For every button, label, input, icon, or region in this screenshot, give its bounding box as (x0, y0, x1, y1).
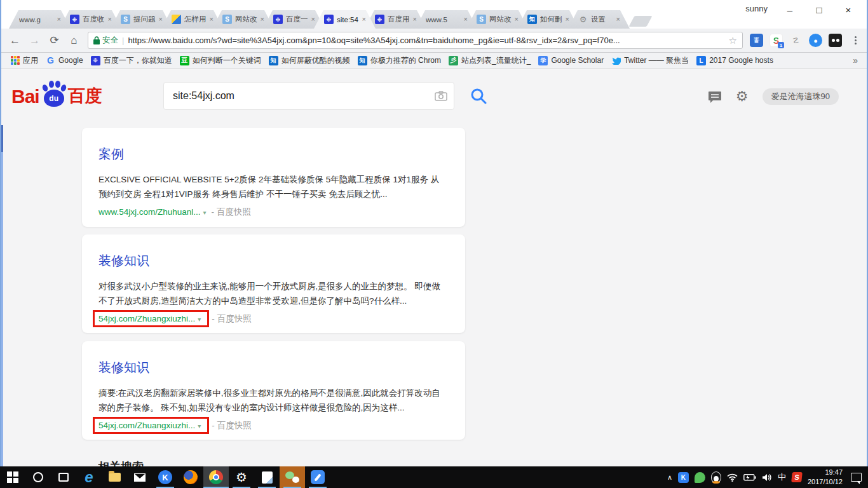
settings-gear-icon[interactable]: ⚙ (736, 90, 749, 104)
dropdown-arrow-icon[interactable]: ▾ (198, 423, 201, 430)
baidu-snapshot-link[interactable]: 百度快照 (217, 420, 252, 431)
new-tab-button[interactable] (628, 16, 652, 27)
mail-button[interactable] (127, 466, 153, 488)
tray-qq-icon[interactable] (711, 471, 721, 483)
result-url[interactable]: 54jxj.com/Zhuangxiuzhi... (98, 314, 195, 323)
bookmark-youku-block[interactable]: 知 如何屏蔽优酷的视频 (265, 54, 354, 67)
dropdown-arrow-icon[interactable]: ▾ (198, 316, 201, 323)
tray-k-icon[interactable]: K (678, 472, 689, 483)
edge-button[interactable]: e (76, 466, 102, 488)
result-title-link[interactable]: 装修知识 (98, 359, 446, 376)
tray-battery-icon[interactable] (743, 473, 756, 481)
tab-close-icon[interactable]: × (362, 15, 366, 23)
chrome-button[interactable] (203, 466, 229, 488)
firefox-button[interactable] (178, 466, 203, 488)
extension-icon-chat[interactable]: ● (809, 34, 822, 47)
address-bar[interactable]: 安全 | https://www.baidu.com/s?wd=site%3A5… (88, 32, 743, 49)
start-button[interactable] (0, 466, 25, 488)
extension-icon-dark[interactable] (829, 34, 842, 47)
k-app-button[interactable]: K (153, 466, 178, 488)
taskbar-apps: e K ⚙ (0, 466, 330, 488)
back-button[interactable]: ← (6, 32, 24, 49)
result-url[interactable]: 54jxj.com/Zhuangxiuzhi... (98, 421, 195, 430)
wechat-button[interactable] (280, 466, 305, 488)
home-button[interactable]: ⌂ (65, 32, 83, 49)
tray-chevron-icon[interactable]: ∧ (667, 473, 672, 482)
notepad-button[interactable] (254, 466, 280, 488)
pencil-app-icon (311, 470, 325, 484)
search-button[interactable] (470, 87, 487, 105)
bookmark-hosts[interactable]: L 2017 Google hosts (693, 55, 777, 67)
bookmark-site-list[interactable]: 彡 站点列表_流量统计_ (445, 54, 534, 67)
scrollbar-thumb[interactable] (1, 121, 3, 152)
bookmark-apps[interactable]: 应用 (6, 54, 42, 67)
search-input[interactable] (164, 90, 435, 102)
tab-close-icon[interactable]: × (57, 15, 61, 23)
bookmark-scholar[interactable]: 学 Google Scholar (534, 55, 607, 67)
extension-icon-gray[interactable]: ☡ (789, 34, 803, 47)
result-title-link[interactable]: 装修知识 (98, 252, 446, 269)
extension-icon-seo[interactable]: S1 (770, 34, 783, 47)
bookmarks-overflow-icon[interactable]: » (849, 55, 862, 65)
file-explorer-button[interactable] (102, 466, 127, 488)
action-center-icon[interactable] (851, 473, 862, 482)
secure-indicator[interactable]: 安全 (93, 35, 118, 46)
tab-site54-active[interactable]: ❉ site:54 × (314, 10, 376, 29)
zhihu-icon: 知 (358, 56, 367, 65)
cortana-button[interactable] (25, 466, 51, 488)
bookmark-chrome-rec[interactable]: 知 你极力推荐的 Chrom (354, 54, 445, 67)
baidu-logo-cn: 百度 (68, 85, 102, 107)
hosts-l-icon: L (696, 56, 706, 65)
tab-close-icon[interactable]: × (616, 15, 620, 23)
result-snippet: EXCLSIVE OFFICIAL WEBSITE 5+2质保 2年基础装修质保… (98, 173, 446, 202)
notes-app-button[interactable] (305, 466, 330, 488)
tab-close-icon[interactable]: × (261, 15, 264, 23)
tab-label: 百度收 (83, 15, 105, 24)
url-text[interactable]: https://www.baidu.com/s?wd=site%3A54jxj.… (128, 36, 724, 45)
tab-close-icon[interactable]: × (566, 15, 569, 23)
result-url[interactable]: www.54jxj.com/Zhuhuanl... (98, 207, 201, 217)
bookmark-google[interactable]: G Google (42, 55, 87, 67)
tray-volume-icon[interactable] (762, 473, 772, 482)
minimize-button[interactable]: – (775, 1, 804, 18)
task-view-button[interactable] (51, 466, 76, 488)
tray-wechat-icon[interactable] (695, 472, 705, 483)
reload-button[interactable]: ⟳ (46, 32, 63, 49)
baidu-results-page: Bai du 百度 ⚙ 爱是沧海遗珠90 (1, 69, 867, 466)
tab-close-icon[interactable]: × (515, 15, 519, 23)
chrome-profile-name[interactable]: sunny (745, 4, 768, 13)
bookmark-baidu[interactable]: ❉ 百度一下，你就知道 (87, 54, 176, 67)
chrome-menu-icon[interactable] (849, 36, 862, 44)
tray-time: 19:47 (808, 468, 843, 477)
bookmark-keyword[interactable]: 豆 如何判断一个关键词 (176, 54, 265, 67)
bookmark-twitter[interactable]: Twitter —— 聚焦当 (607, 54, 693, 67)
bookmark-label: 如何判断一个关键词 (193, 55, 261, 66)
camera-icon[interactable] (435, 91, 454, 101)
result-title-link[interactable]: 案例 (98, 146, 446, 163)
baidu-snapshot-link[interactable]: 百度快照 (217, 207, 251, 218)
tab-settings[interactable]: ⚙ 设置 × (568, 10, 630, 29)
tray-language-indicator[interactable]: 中 (778, 471, 786, 483)
user-name-pill[interactable]: 爱是沧海遗珠90 (763, 88, 839, 105)
tab-close-icon[interactable]: × (311, 15, 315, 23)
message-icon[interactable] (708, 91, 722, 103)
forward-button[interactable]: → (26, 32, 43, 49)
page-scrollbar-left[interactable] (1, 69, 3, 466)
bookmark-star-icon[interactable]: ☆ (729, 35, 737, 46)
maximize-button[interactable]: □ (804, 1, 834, 18)
tab-close-icon[interactable]: × (413, 15, 417, 23)
baidu-snapshot-link[interactable]: 百度快照 (217, 313, 252, 325)
tab-close-icon[interactable]: × (210, 15, 214, 23)
dropdown-arrow-icon[interactable]: ▾ (203, 209, 207, 216)
folder-icon (109, 473, 121, 482)
tray-sogou-icon[interactable]: S (791, 472, 803, 482)
baidu-logo[interactable]: Bai du 百度 (11, 81, 102, 107)
settings-app-button[interactable]: ⚙ (229, 466, 254, 488)
tab-close-icon[interactable]: × (159, 15, 163, 23)
tray-wifi-icon[interactable] (727, 473, 738, 482)
tab-close-icon[interactable]: × (464, 15, 468, 23)
extension-icon-blue[interactable]: ⛇ (750, 34, 763, 47)
tray-clock[interactable]: 19:47 2017/10/12 (808, 468, 843, 487)
close-button[interactable]: × (834, 1, 863, 18)
tab-close-icon[interactable]: × (108, 15, 112, 23)
